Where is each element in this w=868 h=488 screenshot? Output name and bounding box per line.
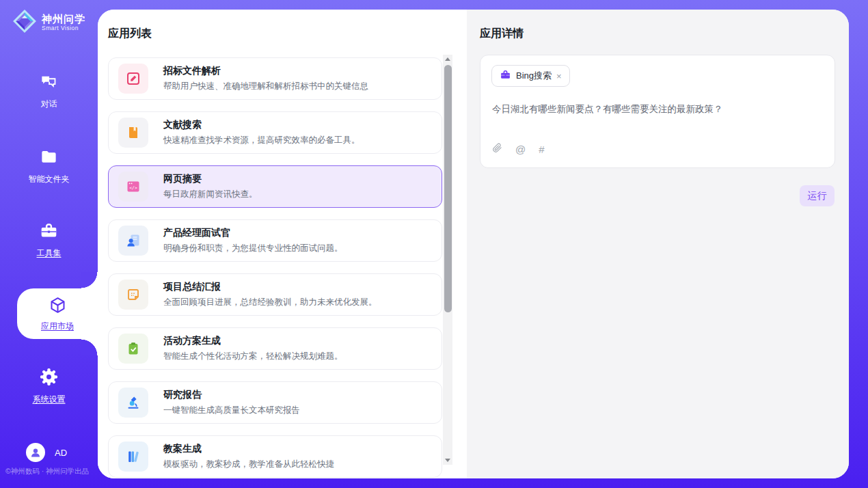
app-card-research-report[interactable]: 研究报告 一键智能生成高质量长文本研究报告 <box>108 381 442 424</box>
app-desc: 每日政府新闻资讯快查。 <box>163 189 258 200</box>
sidebar-item-label: 智能文件夹 <box>29 174 70 185</box>
app-name: 产品经理面试官 <box>163 227 343 239</box>
books-icon <box>118 442 148 472</box>
prompt-card: Bing搜索 × 今日湖北有哪些新闻要点？有哪些需要关注的最新政策？ @ # <box>480 55 835 168</box>
brand-subtitle: Smart Vision <box>42 25 85 31</box>
sidebar: 神州问学 Smart Vision 对话 智能文件夹 <box>0 0 98 488</box>
app-list: 招标文件解析 帮助用户快速、准确地理解和解析招标书中的关键信息 文献搜索 快速精… <box>108 57 442 478</box>
app-name: 教案生成 <box>163 443 334 455</box>
app-name: 网页摘要 <box>163 173 258 185</box>
tool-chip-label: Bing搜索 <box>516 70 552 82</box>
app-name: 文献搜索 <box>163 119 360 131</box>
scroll-down-icon[interactable] <box>443 456 452 465</box>
prompt-input[interactable]: 今日湖北有哪些新闻要点？有哪些需要关注的最新政策？ <box>492 103 820 116</box>
sidebar-item-settings[interactable]: 系统设置 <box>0 368 98 405</box>
clipboard-check-icon <box>118 334 148 364</box>
app-name: 招标文件解析 <box>163 65 368 77</box>
sidebar-item-chat[interactable]: 对话 <box>0 72 98 110</box>
paperclip-icon[interactable] <box>492 142 502 157</box>
user-label: AD <box>55 448 67 458</box>
app-window: 神州问学 Smart Vision 对话 智能文件夹 <box>0 0 868 488</box>
gear-icon <box>40 368 58 389</box>
app-card-literature-search[interactable]: 文献搜索 快速精准查找学术资源，提高研究效率的必备工具。 <box>108 111 442 154</box>
list-scrollbar-track[interactable] <box>443 55 452 465</box>
note-icon <box>118 280 148 310</box>
app-card-lesson-plan[interactable]: 教案生成 模板驱动，教案秒成，教学准备从此轻松快捷 <box>108 435 442 478</box>
folder-icon <box>40 148 58 169</box>
sidebar-item-toolset[interactable]: 工具集 <box>0 221 98 259</box>
sidebar-item-label: 系统设置 <box>33 394 66 405</box>
run-button[interactable]: 运行 <box>800 185 835 206</box>
scroll-up-icon[interactable] <box>443 55 452 64</box>
sidebar-item-label: 工具集 <box>37 247 62 259</box>
app-card-web-summary[interactable]: </> 网页摘要 每日政府新闻资讯快查。 <box>108 165 442 208</box>
app-desc: 全面回顾项目进展，总结经验教训，助力未来优化发展。 <box>163 297 377 308</box>
interviewer-icon <box>118 226 148 256</box>
diamond-logo-icon <box>12 9 37 36</box>
sidebar-item-label: 应用市场 <box>41 321 74 332</box>
app-list-title: 应用列表 <box>108 27 152 41</box>
pen-square-icon <box>118 64 148 94</box>
cube-icon <box>49 296 67 317</box>
briefcase-icon <box>500 69 511 83</box>
book-icon <box>118 118 148 148</box>
app-list-panel: 应用列表 招标文件解析 帮助用户快速、准确地理解和解析招标书中的关键信息 <box>98 10 467 478</box>
app-desc: 快速精准查找学术资源，提高研究效率的必备工具。 <box>163 135 360 146</box>
list-scrollbar-thumb[interactable] <box>444 65 452 312</box>
copyright-text: ©神州数码 · 神州问学出品 <box>5 467 89 476</box>
topic-icon[interactable]: # <box>539 144 544 155</box>
app-card-event-plan[interactable]: 活动方案生成 智能生成个性化活动方案，轻松解决规划难题。 <box>108 327 442 370</box>
sidebar-item-app-market[interactable]: 应用市场 <box>17 288 98 339</box>
app-name: 活动方案生成 <box>163 335 343 347</box>
brand-name: 神州问学 <box>42 14 85 25</box>
app-desc: 一键智能生成高质量长文本研究报告 <box>163 405 300 416</box>
tool-chip-bing-search[interactable]: Bing搜索 × <box>491 65 570 87</box>
app-name: 项目总结汇报 <box>163 281 377 293</box>
browser-code-icon: </> <box>118 172 148 202</box>
app-name: 研究报告 <box>163 389 300 401</box>
sidebar-item-smart-folder[interactable]: 智能文件夹 <box>0 148 98 185</box>
attachment-toolbar: @ # <box>492 142 545 157</box>
microscope-icon <box>118 388 148 418</box>
app-card-pm-interviewer[interactable]: 产品经理面试官 明确身份和职责，为您提供专业性的面试问题。 <box>108 219 442 262</box>
app-detail-title: 应用详情 <box>480 27 524 41</box>
avatar <box>26 443 45 462</box>
app-desc: 模板驱动，教案秒成，教学准备从此轻松快捷 <box>163 459 334 470</box>
app-desc: 明确身份和职责，为您提供专业性的面试问题。 <box>163 243 343 254</box>
mention-icon[interactable]: @ <box>515 144 526 155</box>
close-icon[interactable]: × <box>556 72 562 81</box>
chat-icon <box>40 72 58 94</box>
app-desc: 帮助用户快速、准确地理解和解析招标书中的关键信息 <box>163 81 368 92</box>
brand-logo: 神州问学 Smart Vision <box>12 9 85 36</box>
main-content: 应用列表 招标文件解析 帮助用户快速、准确地理解和解析招标书中的关键信息 <box>98 10 849 478</box>
app-card-bid-parse[interactable]: 招标文件解析 帮助用户快速、准确地理解和解析招标书中的关键信息 <box>108 57 442 100</box>
svg-text:</>: </> <box>129 185 137 191</box>
user-account[interactable]: AD <box>26 443 67 462</box>
app-card-project-summary[interactable]: 项目总结汇报 全面回顾项目进展，总结经验教训，助力未来优化发展。 <box>108 273 442 316</box>
app-detail-panel: 应用详情 Bing搜索 × 今日湖北有哪些新闻要点？有哪些需要关注的最新政策？ <box>467 10 849 478</box>
toolbox-icon <box>40 221 58 243</box>
sidebar-item-label: 对话 <box>41 98 57 110</box>
app-desc: 智能生成个性化活动方案，轻松解决规划难题。 <box>163 351 343 362</box>
